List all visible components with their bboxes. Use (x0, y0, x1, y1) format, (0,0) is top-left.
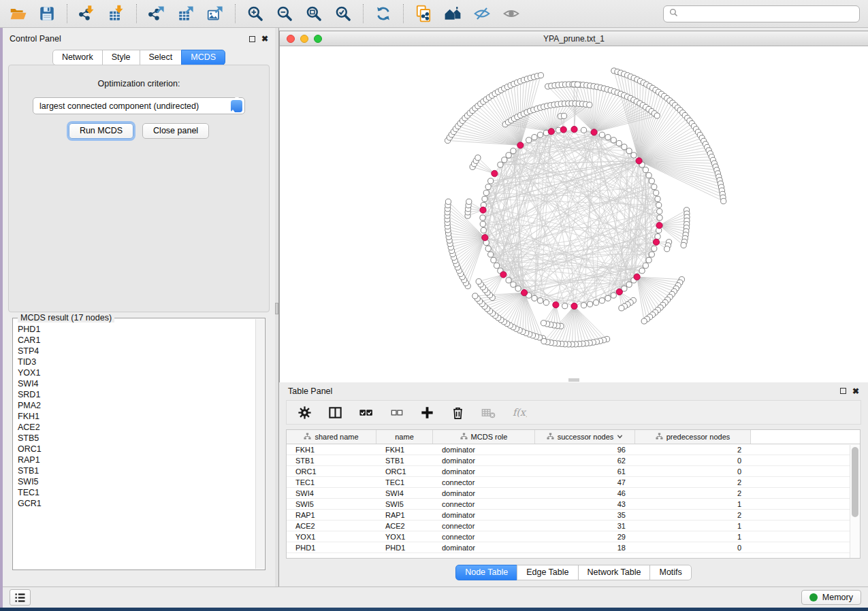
mcds-panel: Optimization criterion: largest connecte… (8, 65, 270, 312)
table-row[interactable]: ACE2ACE2connector311 (287, 521, 860, 531)
column-header-name[interactable]: name (376, 430, 433, 444)
mcds-result-scrollbar[interactable] (255, 319, 264, 569)
zoom-in-icon[interactable] (246, 4, 265, 23)
select-stepper-icon (231, 100, 242, 112)
zoom-out-icon[interactable] (275, 4, 294, 23)
zoom-fit-icon[interactable] (304, 4, 323, 23)
close-window-button[interactable] (287, 35, 295, 43)
search-input[interactable] (682, 8, 854, 19)
mcds-result-item[interactable]: STP4 (18, 346, 255, 357)
tab-network-table[interactable]: Network Table (578, 565, 651, 580)
mcds-result-item[interactable]: SWI4 (18, 378, 255, 389)
column-header-MCDS-role[interactable]: MCDS role (433, 430, 535, 444)
mcds-result-item[interactable]: RAP1 (18, 455, 255, 465)
table-header-row: shared namenameMCDS rolesuccessor nodesp… (287, 430, 860, 444)
deselect-all-icon[interactable] (387, 403, 405, 421)
table-cell: FKH1 (376, 446, 433, 454)
horizontal-splitter-handle[interactable] (568, 378, 579, 382)
show-graphics-details-icon[interactable] (502, 4, 521, 23)
mcds-result-item[interactable]: ORC1 (18, 444, 255, 455)
table-cell: dominator (433, 467, 535, 476)
table-row[interactable]: ORC1ORC1dominator610 (287, 466, 860, 477)
mcds-result-item[interactable]: STB1 (18, 465, 255, 476)
table-cell: dominator (433, 544, 535, 552)
mcds-result-item[interactable]: GCR1 (18, 498, 255, 509)
float-panel-icon[interactable] (249, 36, 255, 42)
splitter-handle[interactable] (275, 303, 278, 314)
mcds-result-item[interactable]: CAR1 (18, 335, 255, 346)
clone-network-icon[interactable] (414, 4, 433, 23)
close-table-panel-icon[interactable]: ✖ (852, 387, 859, 395)
save-icon[interactable] (37, 4, 57, 23)
tab-style[interactable]: Style (102, 50, 140, 65)
network-canvas[interactable] (280, 46, 868, 382)
tab-motifs[interactable]: Motifs (649, 565, 691, 580)
run-mcds-button[interactable]: Run MCDS (69, 123, 133, 139)
add-icon[interactable] (418, 403, 436, 421)
table-cell: 2 (635, 478, 751, 486)
column-header-shared-name[interactable]: shared name (287, 430, 376, 444)
criterion-select[interactable]: largest connected component (undirected) (33, 97, 245, 114)
table-cell: RAP1 (287, 511, 376, 519)
table-row[interactable]: SWI5SWI5connector431 (287, 499, 860, 510)
mcds-result-item[interactable]: YOX1 (18, 367, 255, 378)
table-panel-header: Table Panel ✖ (279, 382, 868, 399)
table-cell: connector (433, 533, 535, 541)
hide-graphics-details-icon[interactable] (472, 4, 492, 23)
table-row[interactable]: STB1STB1dominator620 (287, 455, 860, 466)
table-cell: dominator (433, 446, 535, 454)
mcds-result-item[interactable]: FKH1 (18, 411, 255, 422)
task-history-button[interactable] (10, 589, 31, 606)
mcds-result-item[interactable]: TID3 (18, 357, 255, 367)
table-cell: PHD1 (287, 544, 376, 552)
mcds-result-item[interactable]: SWI5 (18, 476, 255, 487)
mcds-result-item[interactable]: PHD1 (18, 324, 255, 335)
zoom-selected-icon[interactable] (334, 4, 353, 23)
table-row[interactable]: RAP1RAP1dominator352 (287, 510, 860, 521)
select-all-icon[interactable] (357, 403, 374, 421)
column-label: shared name (315, 433, 358, 441)
tab-network[interactable]: Network (52, 50, 103, 65)
mcds-result-group: MCDS result (17 nodes) PHD1CAR1STP4TID3Y… (12, 318, 266, 570)
tab-mcds[interactable]: MCDS (181, 50, 225, 65)
column-header-successor-nodes[interactable]: successor nodes (535, 430, 635, 444)
export-table-icon[interactable] (176, 4, 195, 23)
table-row[interactable]: TEC1TEC1connector472 (287, 477, 860, 488)
mcds-result-item[interactable]: STB5 (18, 433, 255, 444)
table-row[interactable]: PHD1PHD1dominator180 (287, 542, 860, 553)
search-field[interactable] (663, 5, 860, 22)
split-columns-icon[interactable] (326, 403, 344, 421)
import-network-icon[interactable] (78, 4, 97, 23)
mcds-result-item[interactable]: SRD1 (18, 389, 255, 400)
close-panel-button[interactable]: Close panel (142, 123, 209, 139)
network-overview-icon[interactable] (443, 4, 462, 23)
table-cell: 61 (535, 467, 635, 476)
delete-icon[interactable] (449, 403, 466, 421)
memory-button[interactable]: Memory (801, 590, 861, 605)
tab-select[interactable]: Select (140, 50, 182, 65)
tab-edge-table[interactable]: Edge Table (517, 565, 578, 580)
table-scrollbar-thumb[interactable] (852, 447, 858, 517)
column-header-predecessor-nodes[interactable]: predecessor nodes (635, 430, 751, 444)
table-cell: FKH1 (287, 446, 376, 454)
table-cell: 2 (635, 489, 751, 497)
float-table-panel-icon[interactable] (840, 388, 846, 394)
open-folder-icon[interactable] (8, 4, 27, 23)
close-panel-icon[interactable]: ✖ (261, 35, 268, 43)
table-row[interactable]: SWI4SWI4dominator462 (287, 488, 860, 499)
export-image-icon[interactable] (206, 4, 225, 23)
table-cell: SWI5 (376, 500, 433, 508)
refresh-icon[interactable] (374, 4, 393, 23)
tab-node-table[interactable]: Node Table (455, 565, 517, 580)
gear-icon[interactable] (295, 403, 313, 421)
table-row[interactable]: FKH1FKH1dominator962 (287, 444, 860, 455)
export-network-icon[interactable] (147, 4, 166, 23)
import-table-icon[interactable] (107, 4, 126, 23)
table-row[interactable]: YOX1YOX1connector291 (287, 531, 860, 542)
minimize-window-button[interactable] (300, 35, 308, 43)
table-scrollbar[interactable] (850, 445, 860, 558)
mcds-result-item[interactable]: TEC1 (18, 487, 255, 498)
mcds-result-item[interactable]: ACE2 (18, 422, 255, 433)
maximize-window-button[interactable] (314, 35, 322, 43)
mcds-result-item[interactable]: PMA2 (18, 400, 255, 411)
